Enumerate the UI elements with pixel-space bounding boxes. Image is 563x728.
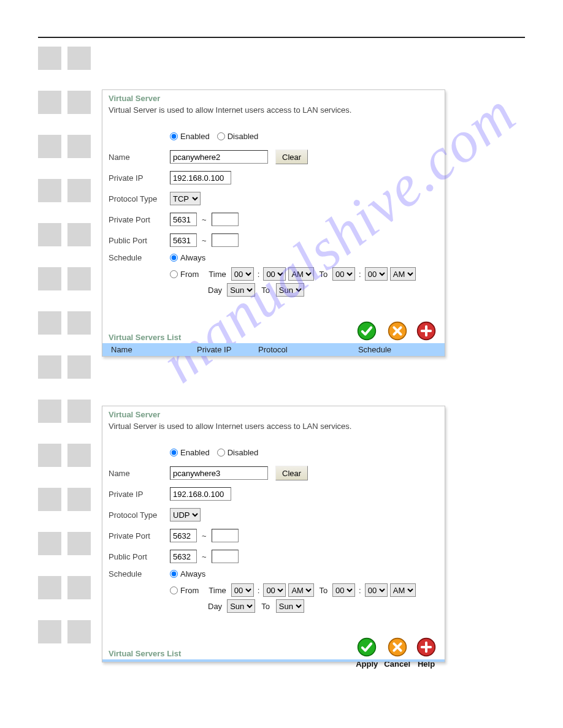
col-protocol: Protocol	[250, 345, 305, 354]
protocol-select[interactable]: TCPUDP	[170, 192, 201, 205]
ip-label: Private IP	[109, 490, 170, 499]
panel-container: Virtual ServerVirtual Server is used to …	[102, 89, 526, 728]
private-port-label: Private Port	[109, 215, 170, 224]
private-port-to[interactable]	[212, 213, 239, 226]
list-title: Virtual Servers List	[109, 649, 440, 658]
section-desc: Virtual Server is used to allow Internet…	[109, 105, 440, 115]
private-ip-field[interactable]	[170, 487, 231, 501]
public-port-to[interactable]	[212, 550, 239, 563]
list-header-stub	[102, 659, 445, 662]
clear-button[interactable]: Clear	[275, 466, 308, 480]
private-port-from[interactable]	[170, 213, 197, 226]
list-title: Virtual Servers List	[109, 333, 440, 342]
section-title: Virtual Server	[109, 410, 440, 419]
schedule-label: Schedule	[109, 569, 170, 578]
private-port-label: Private Port	[109, 531, 170, 540]
private-port-from[interactable]	[170, 529, 197, 542]
protocol-label: Protocol Type	[109, 194, 170, 203]
private-port-to[interactable]	[212, 529, 239, 542]
clear-button[interactable]: Clear	[275, 150, 308, 164]
public-port-from[interactable]	[170, 550, 197, 563]
public-port-label: Public Port	[109, 236, 170, 245]
name-field[interactable]	[170, 150, 268, 164]
name-label: Name	[109, 469, 170, 478]
protocol-select[interactable]: TCPUDP	[170, 508, 201, 521]
status-disabled-radio[interactable]: Disabled	[217, 448, 259, 457]
name-label: Name	[109, 153, 170, 162]
list-header: NamePrivate IPProtocolSchedule	[102, 343, 445, 356]
virtual-server-panel: Virtual ServerVirtual Server is used to …	[102, 406, 445, 662]
schedule-from-radio[interactable]: From	[170, 270, 199, 279]
section-desc: Virtual Server is used to allow Internet…	[109, 422, 440, 431]
page: manualshive.com Virtual ServerVirtual Se…	[38, 37, 525, 728]
schedule-always-radio[interactable]: Always	[170, 253, 205, 262]
public-port-from[interactable]	[170, 233, 197, 247]
ip-label: Private IP	[109, 173, 170, 183]
protocol-label: Protocol Type	[109, 510, 170, 520]
public-port-to[interactable]	[212, 233, 239, 247]
status-enabled-radio[interactable]: Enabled	[170, 448, 210, 457]
name-field[interactable]	[170, 466, 268, 480]
section-title: Virtual Server	[109, 94, 440, 103]
status-disabled-radio[interactable]: Disabled	[217, 132, 259, 141]
private-ip-field[interactable]	[170, 171, 231, 184]
public-port-label: Public Port	[109, 552, 170, 561]
col-name: Name	[102, 345, 188, 354]
schedule-label: Schedule	[109, 253, 170, 262]
schedule-always-radio[interactable]: Always	[170, 569, 205, 578]
col-ip: Private IP	[188, 345, 250, 354]
decorative-side-blocks	[38, 47, 93, 664]
schedule-from-radio[interactable]: From	[170, 586, 199, 595]
virtual-server-panel: Virtual ServerVirtual Server is used to …	[102, 89, 445, 357]
status-enabled-radio[interactable]: Enabled	[170, 132, 210, 141]
col-schedule: Schedule	[305, 345, 445, 354]
